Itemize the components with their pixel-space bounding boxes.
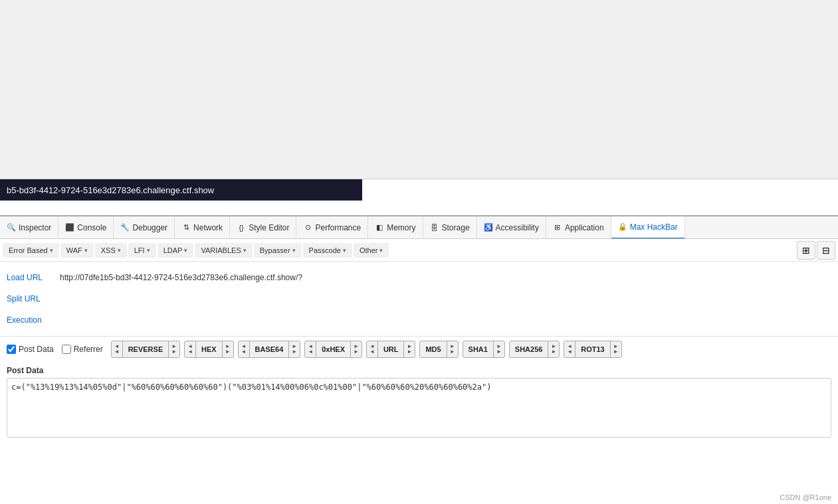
split-url-row: Split URL [0,288,838,309]
referrer-check-label: Referrer [74,345,103,354]
icon-btn-1[interactable]: ⊞ [797,241,815,260]
network-icon: ⇅ [181,223,191,232]
tab-application[interactable]: ⊞ Application [546,216,611,239]
reverse-left-arrows: ◄ ◄ [112,341,123,357]
xss-btn[interactable]: XSS ▾ [95,243,127,258]
referrer-checkbox[interactable] [62,345,71,354]
base64-right-arrows: ► ► [288,341,300,357]
hex-label: HEX [196,345,222,353]
icon-btn-2[interactable]: ⊟ [817,241,835,260]
storage-icon: 🗄 [430,223,439,232]
style-editor-icon: {} [237,223,246,232]
ldap-arrow: ▾ [184,247,187,254]
xss-arrow: ▾ [118,247,121,254]
lfi-btn[interactable]: LFI ▾ [128,243,156,258]
execution-label[interactable]: Execution [7,315,60,325]
lfi-arrow: ▾ [147,247,150,254]
rot13-right-arrows: ► ► [610,341,621,357]
post-data-check-item: Post Data [7,345,54,354]
base64-label: BASE64 [250,345,289,353]
footer: CSDN @R1one [780,493,831,501]
variables-arrow: ▾ [243,247,247,254]
waf-arrow: ▾ [84,247,88,254]
url-btn[interactable]: ◄ ◄ URL ► ► [366,341,415,358]
0xhex-btn[interactable]: ◄ ◄ 0xHEX ► ► [304,341,362,358]
rot13-btn[interactable]: ◄ ◄ ROT13 ► ► [564,341,621,358]
bypasser-arrow: ▾ [292,247,296,254]
waf-btn[interactable]: WAF ▾ [60,243,94,258]
url-left-arrows: ◄ ◄ [367,341,378,357]
tab-debugger[interactable]: 🔧 Debugger [114,216,175,239]
referrer-check-item: Referrer [62,345,103,354]
split-url-label[interactable]: Split URL [7,294,60,303]
base64-btn[interactable]: ◄ ◄ BASE64 ► ► [238,341,301,358]
ldap-btn[interactable]: LDAP ▾ [157,243,194,258]
load-url-label[interactable]: Load URL [7,273,60,282]
tab-inspector[interactable]: 🔍 Inspector [0,216,58,239]
0xhex-left-arrows: ◄ ◄ [305,341,316,357]
post-data-section-label: Post Data [7,366,831,375]
url-label: URL [378,345,404,353]
passcode-btn[interactable]: Passcode ▾ [303,243,352,258]
sha256-right-arrows: ► ► [548,341,559,357]
bypasser-btn[interactable]: Bypasser ▾ [254,243,302,258]
rot13-label: ROT13 [576,345,609,353]
hackbar-toolbar: Error Based ▾ WAF ▾ XSS ▾ LFI ▾ LDAP ▾ V… [0,239,838,262]
devtools-tab-bar: 🔍 Inspector ⬛ Console 🔧 Debugger ⇅ Netwo… [0,216,838,239]
sha1-btn[interactable]: SHA1 ► ► [463,341,505,358]
md5-btn[interactable]: MD5 ► ► [419,341,458,358]
inspector-icon: 🔍 [7,223,16,232]
main-content: Load URL http://07dfe1b5-bd3f-4412-9724-… [0,262,838,336]
hackbar-icon: 🔒 [618,222,627,232]
tab-style-editor[interactable]: {} Style Editor [230,216,296,239]
sha256-btn[interactable]: SHA256 ► ► [509,341,560,358]
sha256-label: SHA256 [510,345,548,353]
tab-network[interactable]: ⇅ Network [175,216,230,239]
url-bar: b5-bd3f-4412-9724-516e3d2783e6.challenge… [0,179,362,201]
sha1-right-arrows: ► ► [493,341,504,357]
tab-console[interactable]: ⬛ Console [58,216,114,239]
0xhex-right-arrows: ► ► [350,341,362,357]
passcode-arrow: ▾ [343,247,346,254]
tab-accessibility[interactable]: ♿ Accessibility [477,216,546,239]
error-based-btn[interactable]: Error Based ▾ [3,243,59,258]
tab-memory[interactable]: ◧ Memory [368,216,423,239]
url-text: b5-bd3f-4412-9724-516e3d2783e6.challenge… [7,185,214,195]
reverse-btn[interactable]: ◄ ◄ REVERSE ► ► [111,341,180,358]
icon-btn-2-symbol: ⊟ [822,245,830,256]
other-arrow: ▾ [379,247,383,254]
encoding-row: Post Data Referrer ◄ ◄ REVERSE ► ► ◄ ◄ H… [0,336,838,362]
tab-performance[interactable]: ⊙ Performance [296,216,368,239]
url-right-arrows: ► ► [403,341,415,357]
icon-btn-1-symbol: ⊞ [802,245,810,256]
browser-viewport [0,0,838,179]
sha1-label: SHA1 [463,345,493,353]
debugger-icon: 🔧 [120,223,130,232]
performance-icon: ⊙ [303,223,312,232]
other-btn[interactable]: Other ▾ [354,243,389,258]
post-data-textarea[interactable] [7,378,831,438]
tab-max-hackbar[interactable]: 🔒 Max HackBar [611,216,685,239]
variables-btn[interactable]: VARIABLES ▾ [195,243,252,258]
md5-right-arrows: ► ► [447,341,458,357]
execution-row: Execution [0,309,838,331]
tab-storage[interactable]: 🗄 Storage [423,216,477,239]
hex-left-arrows: ◄ ◄ [185,341,196,357]
footer-text: CSDN @R1one [780,493,831,501]
hex-btn[interactable]: ◄ ◄ HEX ► ► [184,341,233,358]
application-icon: ⊞ [553,223,562,232]
rot13-left-arrows: ◄ ◄ [564,341,576,357]
error-based-arrow: ▾ [50,247,53,254]
post-data-section: Post Data [0,362,838,444]
post-data-check-label: Post Data [19,345,54,354]
post-data-checkbox[interactable] [7,345,16,354]
devtools-panel: 🔍 Inspector ⬛ Console 🔧 Debugger ⇅ Netwo… [0,215,838,504]
base64-left-arrows: ◄ ◄ [239,341,250,357]
md5-label: MD5 [420,345,446,353]
accessibility-icon: ♿ [484,223,493,232]
load-url-row: Load URL http://07dfe1b5-bd3f-4412-9724-… [0,267,838,288]
reverse-label: REVERSE [123,345,169,353]
0xhex-label: 0xHEX [316,345,350,353]
reverse-right-arrows: ► ► [168,341,179,357]
hex-right-arrows: ► ► [222,341,233,357]
